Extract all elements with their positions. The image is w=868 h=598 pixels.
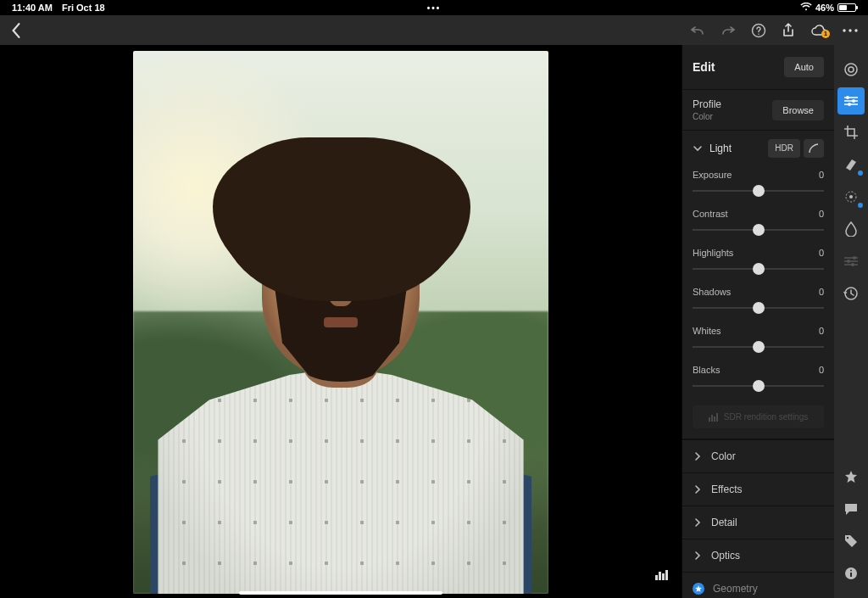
svg-rect-10 [714, 416, 715, 422]
chevron-right-icon [693, 484, 703, 495]
edit-tool[interactable] [837, 87, 865, 115]
slider-thumb[interactable] [753, 341, 765, 353]
undo-button[interactable] [690, 25, 705, 36]
slider-value: 0 [819, 365, 824, 375]
tool-rail [834, 45, 868, 598]
versions-tool[interactable] [834, 277, 868, 310]
lens-blur-tool[interactable] [834, 213, 868, 245]
svg-rect-25 [850, 573, 852, 577]
section-effects[interactable]: Effects [682, 472, 834, 506]
svg-point-14 [846, 96, 849, 99]
keywords-tool[interactable] [834, 525, 868, 557]
svg-point-23 [847, 537, 849, 539]
rate-tool[interactable] [834, 461, 868, 493]
comments-tool[interactable] [834, 493, 868, 525]
battery-pct: 46% [815, 3, 834, 13]
svg-point-15 [852, 99, 855, 103]
slider-track[interactable] [693, 378, 824, 394]
share-button[interactable] [782, 23, 795, 38]
svg-point-16 [848, 103, 851, 106]
svg-point-13 [849, 67, 854, 72]
slider-track[interactable] [693, 222, 824, 238]
slider-whites: Whites0 [682, 322, 834, 361]
back-button[interactable] [10, 23, 22, 38]
svg-point-26 [850, 570, 852, 572]
section-color[interactable]: Color [682, 439, 834, 472]
chevron-right-icon [693, 451, 703, 461]
svg-rect-8 [709, 417, 710, 422]
svg-point-3 [854, 29, 857, 31]
slider-label: Exposure [693, 170, 732, 180]
slider-highlights: Highlights0 [682, 244, 834, 283]
crop-tool[interactable] [834, 116, 868, 148]
svg-point-21 [851, 263, 854, 266]
tone-curve-button[interactable] [804, 139, 824, 158]
slider-thumb[interactable] [753, 185, 765, 197]
help-button[interactable] [751, 23, 766, 38]
wifi-icon [800, 3, 812, 13]
cloud-sync-button[interactable]: 1 [810, 25, 827, 36]
more-button[interactable] [843, 29, 858, 32]
top-toolbar: 1 [0, 15, 868, 45]
chevron-right-icon [693, 517, 703, 528]
histogram-toggle-button[interactable] [654, 569, 670, 581]
slider-blacks: Blacks0 [682, 361, 834, 400]
svg-rect-7 [665, 570, 668, 580]
slider-track[interactable] [693, 300, 824, 316]
svg-rect-9 [711, 415, 713, 422]
slider-value: 0 [819, 209, 824, 219]
histogram-icon [709, 413, 719, 422]
redo-button[interactable] [721, 25, 736, 36]
svg-rect-11 [716, 413, 718, 422]
cloud-badge-count: 1 [821, 30, 830, 38]
slider-shadows: Shadows0 [682, 283, 834, 322]
section-light-label: Light [709, 143, 761, 154]
image-canvas[interactable] [0, 45, 682, 598]
home-indicator[interactable] [239, 591, 442, 595]
presets-tool[interactable] [834, 53, 868, 86]
healing-tool[interactable] [834, 148, 868, 181]
profile-value: Color [693, 112, 721, 121]
svg-point-2 [849, 29, 851, 31]
info-tool[interactable] [834, 557, 868, 590]
auto-button[interactable]: Auto [784, 57, 824, 77]
status-ellipsis: ••• [427, 3, 442, 13]
section-geometry[interactable]: Geometry [682, 572, 834, 598]
status-bar: 11:40 AM Fri Oct 18 ••• 46% [0, 0, 868, 15]
svg-point-19 [853, 256, 856, 260]
slider-label: Contrast [693, 209, 728, 219]
status-time: 11:40 AM [12, 3, 53, 13]
slider-value: 0 [819, 326, 824, 336]
svg-point-1 [843, 29, 845, 31]
svg-rect-5 [659, 572, 661, 580]
section-detail[interactable]: Detail [682, 506, 834, 539]
section-optics[interactable]: Optics [682, 539, 834, 572]
hdr-button[interactable]: HDR [768, 139, 800, 158]
sdr-label: SDR rendition settings [724, 412, 809, 422]
edit-panel: Edit Auto Profile Color Browse Light HDR [682, 45, 834, 598]
chevron-down-icon [693, 143, 703, 154]
slider-thumb[interactable] [753, 224, 765, 236]
slider-label: Highlights [693, 248, 733, 258]
sliders-disabled-tool [834, 245, 868, 277]
slider-track[interactable] [693, 261, 824, 277]
slider-value: 0 [819, 248, 824, 258]
svg-point-18 [849, 195, 853, 198]
masking-tool[interactable] [834, 181, 868, 213]
section-light-header[interactable]: Light HDR [682, 131, 834, 166]
slider-thumb[interactable] [753, 263, 765, 275]
slider-value: 0 [819, 287, 824, 297]
panel-title: Edit [693, 60, 715, 74]
slider-thumb[interactable] [753, 380, 765, 392]
slider-label: Shadows [693, 287, 731, 297]
browse-profile-button[interactable]: Browse [772, 100, 824, 120]
svg-point-20 [847, 260, 850, 263]
chevron-right-icon [693, 550, 703, 561]
slider-label: Blacks [693, 365, 720, 375]
slider-track[interactable] [693, 339, 824, 355]
slider-value: 0 [819, 170, 824, 180]
slider-thumb[interactable] [753, 302, 765, 314]
slider-track[interactable] [693, 183, 824, 198]
premium-star-icon [693, 583, 704, 595]
sdr-rendition-button: SDR rendition settings [693, 405, 824, 428]
